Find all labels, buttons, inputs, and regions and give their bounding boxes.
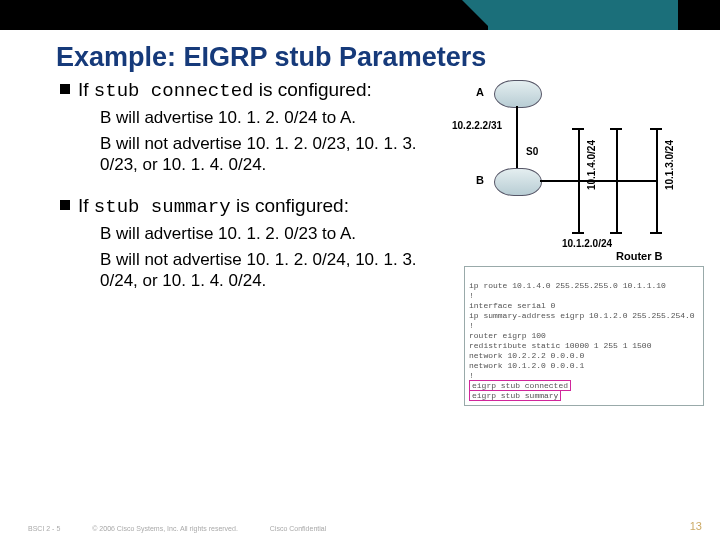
- bullet-icon: [60, 84, 70, 94]
- bullet-1-text: If stub connected is configured:: [78, 78, 372, 104]
- page-title: Example: EIGRP stub Parameters: [56, 42, 720, 73]
- bullet-2-suffix: is configured:: [231, 195, 349, 216]
- router-b-label: B: [476, 174, 484, 186]
- page-number: 13: [690, 520, 702, 532]
- footer-right: Cisco Confidential: [270, 525, 326, 532]
- net-ab-label: 10.2.2.2/31: [452, 120, 502, 131]
- cfg-5: router eigrp 100: [469, 331, 546, 340]
- router-b-icon: [494, 168, 542, 196]
- bullet-2: If stub summary is configured:: [60, 194, 440, 220]
- cfg-1: !: [469, 291, 474, 300]
- cfg-2: interface serial 0: [469, 301, 555, 310]
- footer-left: BSCI 2 - 5: [28, 525, 60, 532]
- topology-diagram: A 10.2.2.2/31 S0 B 10.1.4.0/24 10.1.2.0/…: [446, 80, 704, 370]
- interface-s0-label: S0: [526, 146, 538, 157]
- config-box: ip route 10.1.4.0 255.255.255.0 10.1.1.1…: [464, 266, 704, 406]
- cfg-7: network 10.2.2.2 0.0.0.0: [469, 351, 584, 360]
- cfg-11-highlight: eigrp stub summary: [469, 390, 561, 401]
- router-b-title: Router B: [616, 250, 662, 262]
- footer-mid: © 2006 Cisco Systems, Inc. All rights re…: [92, 525, 238, 532]
- bullet-1: If stub connected is configured:: [60, 78, 440, 104]
- top-bar: [0, 0, 720, 30]
- bullet-2-sub-2: B will not advertise 10. 1. 2. 0/24, 10.…: [100, 250, 440, 291]
- bullet-1-code: stub connected: [94, 80, 254, 102]
- main-content: If stub connected is configured: B will …: [60, 78, 440, 298]
- bullet-1-sub-1: B will advertise 10. 1. 2. 0/24 to A.: [100, 108, 440, 129]
- bullet-2-text: If stub summary is configured:: [78, 194, 349, 220]
- net-b-left-label: 10.1.4.0/24: [586, 140, 597, 190]
- cfg-6: redistribute static 10000 1 255 1 1500: [469, 341, 651, 350]
- router-a-label: A: [476, 86, 484, 98]
- router-a-icon: [494, 80, 542, 108]
- bullet-2-code: stub summary: [94, 196, 231, 218]
- net-b-mid-label: 10.1.2.0/24: [562, 238, 612, 249]
- cfg-9: !: [469, 371, 474, 380]
- cfg-8: network 10.1.2.0 0.0.0.1: [469, 361, 584, 370]
- bullet-2-prefix: If: [78, 195, 94, 216]
- cfg-4: !: [469, 321, 474, 330]
- bullet-1-sub-2: B will not advertise 10. 1. 2. 0/23, 10.…: [100, 134, 440, 175]
- bullet-1-prefix: If: [78, 79, 94, 100]
- cfg-0: ip route 10.1.4.0 255.255.255.0 10.1.1.1…: [469, 281, 666, 290]
- net-b-right-label: 10.1.3.0/24: [664, 140, 675, 190]
- bullet-icon: [60, 200, 70, 210]
- bullet-1-suffix: is configured:: [253, 79, 371, 100]
- footer: BSCI 2 - 5 © 2006 Cisco Systems, Inc. Al…: [28, 525, 326, 532]
- cfg-3: ip summary-address eigrp 10.1.2.0 255.25…: [469, 311, 695, 320]
- bullet-2-sub-1: B will advertise 10. 1. 2. 0/23 to A.: [100, 224, 440, 245]
